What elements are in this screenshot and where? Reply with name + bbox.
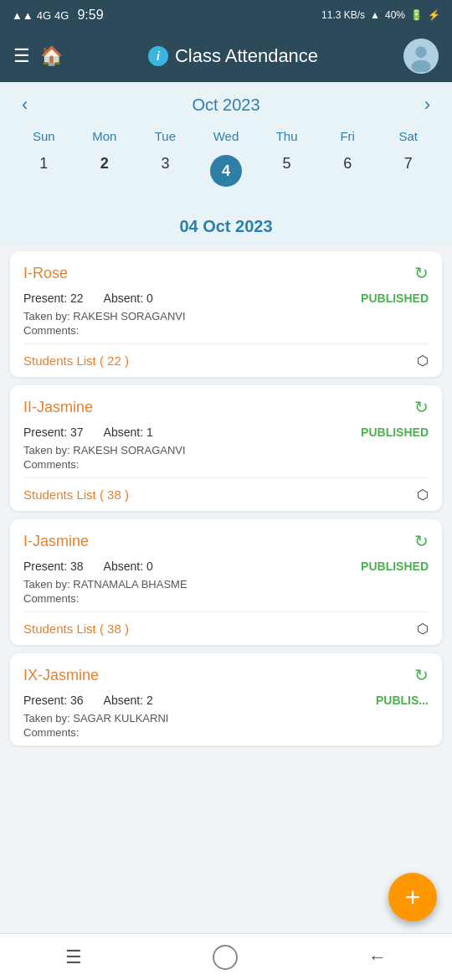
students-list-row-2[interactable]: Students List ( 38 ) ⬡ bbox=[23, 477, 429, 511]
prev-month-button[interactable]: ‹ bbox=[13, 90, 36, 119]
date-7[interactable]: 7 bbox=[378, 150, 439, 192]
bottom-nav: ☰ ← bbox=[0, 933, 452, 980]
date-5[interactable]: 5 bbox=[256, 150, 317, 192]
cards-container: I-Rose ↻ Present: 22 Absent: 0 PUBLISHED… bbox=[0, 245, 452, 812]
signal-label-2: 4G bbox=[54, 9, 69, 22]
taken-by-2: Taken by: RAKESH SORAGANVI bbox=[23, 444, 429, 456]
students-list-row-3[interactable]: Students List ( 38 ) ⬡ bbox=[23, 611, 429, 645]
refresh-icon-3[interactable]: ↻ bbox=[414, 531, 429, 551]
absent-4: Absent: 2 bbox=[104, 694, 376, 707]
taken-by-3: Taken by: RATNAMALA BHASME bbox=[23, 578, 429, 591]
students-list-label-1: Students List ( 22 ) bbox=[23, 353, 129, 368]
header-title-area: i Class Attendance bbox=[73, 45, 393, 67]
status-right: 11.3 KB/s ▲ 40% 🔋 ⚡ bbox=[321, 9, 440, 21]
date-3[interactable]: 3 bbox=[135, 150, 196, 192]
class-name-2: II-Jasmine bbox=[23, 399, 93, 416]
calendar-dates: 1 2 3 4 5 6 7 bbox=[13, 150, 439, 192]
comments-2: Comments: bbox=[23, 458, 429, 471]
day-fri: Fri bbox=[317, 127, 378, 145]
refresh-icon-2[interactable]: ↻ bbox=[414, 397, 429, 417]
students-list-label-2: Students List ( 38 ) bbox=[23, 487, 129, 502]
card-header-4: IX-Jasmine ↻ bbox=[23, 665, 429, 685]
students-list-label-3: Students List ( 38 ) bbox=[23, 622, 129, 636]
menu-icon[interactable]: ☰ bbox=[13, 45, 30, 67]
day-mon: Mon bbox=[74, 127, 136, 145]
card-header-1: I-Rose ↻ bbox=[23, 263, 429, 283]
data-speed-label: 11.3 KB/s bbox=[321, 9, 365, 21]
lightning-icon: ⚡ bbox=[428, 9, 440, 21]
sort-icon-3: ⬡ bbox=[417, 621, 429, 637]
students-list-row-1[interactable]: Students List ( 22 ) ⬡ bbox=[23, 343, 429, 377]
class-name-3: I-Jasmine bbox=[23, 533, 89, 550]
comments-3: Comments: bbox=[23, 592, 429, 605]
present-3: Present: 38 bbox=[23, 560, 84, 573]
battery-icon: 🔋 bbox=[410, 9, 423, 21]
attendance-card-3: I-Jasmine ↻ Present: 38 Absent: 0 PUBLIS… bbox=[10, 519, 442, 645]
card-stats-1: Present: 22 Absent: 0 PUBLISHED bbox=[23, 291, 429, 305]
day-sat: Sat bbox=[378, 127, 439, 145]
battery-label: 40% bbox=[385, 9, 405, 21]
card-stats-4: Present: 36 Absent: 2 PUBLIS... bbox=[23, 694, 429, 707]
present-4: Present: 36 bbox=[23, 694, 84, 707]
app-header: ☰ 🏠 i Class Attendance bbox=[0, 30, 452, 82]
signal-icon: ▲▲ bbox=[12, 9, 33, 22]
day-tue: Tue bbox=[135, 127, 196, 145]
svg-point-1 bbox=[415, 47, 426, 58]
calendar-section: ‹ Oct 2023 › Sun Mon Tue Wed Thu Fri Sat… bbox=[0, 82, 452, 205]
signal-label-1: 4G bbox=[37, 9, 51, 22]
sort-icon-1: ⬡ bbox=[417, 353, 429, 369]
absent-1: Absent: 0 bbox=[104, 291, 361, 305]
time-label: 9:59 bbox=[77, 8, 103, 23]
avatar[interactable] bbox=[403, 39, 439, 74]
date-1[interactable]: 1 bbox=[13, 150, 74, 192]
info-icon: i bbox=[148, 46, 168, 66]
card-stats-3: Present: 38 Absent: 0 PUBLISHED bbox=[23, 560, 429, 573]
taken-by-4: Taken by: SAGAR KULKARNI bbox=[23, 712, 429, 725]
taken-by-1: Taken by: RAKESH SORAGANVI bbox=[23, 310, 429, 322]
comments-4: Comments: bbox=[23, 726, 429, 739]
card-header-3: I-Jasmine ↻ bbox=[23, 531, 429, 551]
fab-plus-icon: + bbox=[405, 882, 421, 913]
status-badge-2: PUBLISHED bbox=[361, 426, 429, 439]
class-name-4: IX-Jasmine bbox=[23, 667, 99, 684]
status-left: ▲▲ 4G 4G 9:59 bbox=[12, 8, 104, 23]
status-bar: ▲▲ 4G 4G 9:59 11.3 KB/s ▲ 40% 🔋 ⚡ bbox=[0, 0, 452, 30]
date-2[interactable]: 2 bbox=[74, 150, 136, 192]
next-month-button[interactable]: › bbox=[416, 90, 439, 119]
class-name-1: I-Rose bbox=[23, 265, 68, 282]
absent-2: Absent: 1 bbox=[104, 426, 361, 439]
home-icon[interactable]: 🏠 bbox=[40, 45, 63, 67]
date-4[interactable]: 4 bbox=[196, 150, 257, 192]
bottom-nav-back[interactable]: ← bbox=[368, 946, 387, 968]
day-thu: Thu bbox=[256, 127, 317, 145]
page-title: Class Attendance bbox=[175, 45, 318, 67]
present-2: Present: 37 bbox=[23, 426, 84, 439]
refresh-icon-4[interactable]: ↻ bbox=[414, 665, 429, 685]
date-6[interactable]: 6 bbox=[317, 150, 378, 192]
day-sun: Sun bbox=[13, 127, 74, 145]
selected-date-label: 04 Oct 2023 bbox=[0, 205, 452, 245]
sort-icon-2: ⬡ bbox=[417, 487, 429, 503]
attendance-card-1: I-Rose ↻ Present: 22 Absent: 0 PUBLISHED… bbox=[10, 251, 442, 377]
status-badge-4: PUBLIS... bbox=[376, 694, 429, 707]
present-1: Present: 22 bbox=[23, 291, 84, 305]
status-badge-1: PUBLISHED bbox=[361, 291, 429, 305]
status-badge-3: PUBLISHED bbox=[361, 560, 429, 573]
wifi-icon: ▲ bbox=[370, 9, 380, 21]
day-wed: Wed bbox=[196, 127, 257, 145]
calendar-nav: ‹ Oct 2023 › bbox=[13, 90, 439, 119]
bottom-nav-home[interactable] bbox=[213, 945, 238, 970]
absent-3: Absent: 0 bbox=[104, 560, 361, 573]
fab-button[interactable]: + bbox=[388, 873, 437, 921]
calendar-month-label: Oct 2023 bbox=[192, 95, 259, 115]
refresh-icon-1[interactable]: ↻ bbox=[414, 263, 429, 283]
attendance-card-4: IX-Jasmine ↻ Present: 36 Absent: 2 PUBLI… bbox=[10, 653, 442, 745]
attendance-card-2: II-Jasmine ↻ Present: 37 Absent: 1 PUBLI… bbox=[10, 385, 442, 511]
card-header-2: II-Jasmine ↻ bbox=[23, 397, 429, 417]
card-stats-2: Present: 37 Absent: 1 PUBLISHED bbox=[23, 426, 429, 439]
calendar-days-header: Sun Mon Tue Wed Thu Fri Sat bbox=[13, 127, 439, 145]
bottom-nav-menu[interactable]: ☰ bbox=[65, 946, 82, 968]
comments-1: Comments: bbox=[23, 324, 429, 337]
